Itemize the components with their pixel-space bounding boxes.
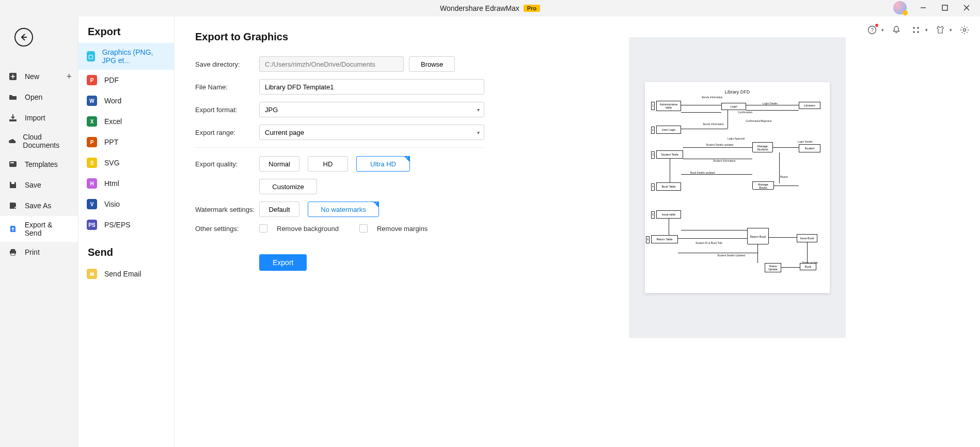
chevron-down-icon: ▾ — [477, 130, 480, 135]
browse-button[interactable]: Browse — [409, 56, 455, 72]
chevron-down-icon: ▾ — [477, 107, 480, 113]
folder-icon — [7, 91, 19, 103]
range-label: Export range: — [195, 129, 259, 136]
pv-login: Login — [721, 103, 746, 110]
pv-issuebook: Issue Book — [797, 234, 817, 242]
nav-export[interactable]: Export & Send — [0, 216, 78, 242]
send-email[interactable]: ✉Send Email — [78, 264, 174, 284]
svg-text:?: ? — [871, 27, 874, 33]
removebg-checkbox[interactable] — [259, 224, 267, 233]
apps-icon[interactable] — [911, 25, 921, 35]
export-heading: Export — [78, 26, 174, 43]
preview-frame: Library DFD 1 Administrative table Login… — [629, 37, 846, 338]
html-icon: H — [87, 178, 97, 189]
format-select[interactable]: JPG▾ — [259, 102, 484, 117]
pro-badge: Pro — [524, 5, 540, 12]
user-avatar[interactable] — [893, 1, 907, 14]
filename-label: File Name: — [195, 83, 259, 91]
removemargins-checkbox[interactable] — [359, 224, 368, 233]
savedir-input: C:/Users/rimzh/OneDrive/Documents — [259, 56, 404, 72]
nav-print[interactable]: Print — [0, 242, 78, 263]
pv-managebooks: Manage Books — [752, 182, 774, 190]
chevron-down-icon[interactable]: ▾ — [950, 27, 952, 33]
watermark-none[interactable]: No watermarks — [308, 202, 379, 217]
pv-studenttable: Student Table — [656, 150, 683, 159]
export-ppt[interactable]: PPPT — [78, 132, 174, 152]
cloud-icon — [7, 135, 17, 147]
export-excel[interactable]: XExcel — [78, 111, 174, 132]
excel-icon: X — [87, 116, 97, 127]
svg-rect-13 — [10, 162, 14, 163]
pv-student: Student — [799, 144, 820, 152]
range-select[interactable]: Current page▾ — [259, 125, 484, 140]
pv-issuetable: Issue table — [656, 210, 681, 219]
svg-point-6 — [913, 27, 915, 29]
close-button[interactable] — [956, 0, 977, 16]
send-heading: Send — [78, 246, 174, 264]
print-icon — [7, 246, 19, 258]
export-sidebar: Export ▢Graphics (PNG, JPG et... PPDF WW… — [78, 17, 175, 447]
save-icon — [7, 179, 19, 191]
export-visio[interactable]: VVisio — [78, 194, 174, 214]
help-icon[interactable]: ? — [867, 25, 877, 35]
watermark-default[interactable]: Default — [259, 202, 299, 217]
preview-page: Library DFD 1 Administrative table Login… — [645, 82, 830, 293]
ppt-icon: P — [87, 137, 97, 147]
export-icon — [7, 223, 19, 235]
quality-normal[interactable]: Normal — [259, 156, 299, 172]
plus-square-icon — [7, 71, 19, 82]
svg-rect-16 — [11, 249, 15, 251]
nav-save[interactable]: Save — [0, 175, 78, 195]
pv-returnbook: Return Book — [747, 229, 769, 244]
gear-icon[interactable] — [959, 25, 970, 35]
back-button[interactable] — [14, 28, 33, 47]
svg-point-9 — [917, 31, 919, 33]
removemargins-label: Remove margins — [377, 225, 428, 233]
export-graphics[interactable]: ▢Graphics (PNG, JPG et... — [78, 43, 174, 70]
preview-title: Library DFD — [651, 89, 824, 95]
minimize-button[interactable] — [913, 0, 934, 16]
other-label: Other settings: — [195, 225, 259, 233]
export-html[interactable]: HHtml — [78, 173, 174, 194]
saveas-icon — [7, 200, 19, 211]
mail-icon: ✉ — [87, 269, 97, 279]
export-pdf[interactable]: PPDF — [78, 70, 174, 90]
pv-book: Book — [800, 263, 816, 270]
nav-new[interactable]: New+ — [0, 66, 78, 87]
svg-rect-14 — [11, 182, 14, 184]
nav-import[interactable]: Import — [0, 107, 78, 128]
svg-icon: S — [87, 158, 97, 168]
nav-templates[interactable]: Templates — [0, 154, 78, 175]
quality-ultrahd[interactable]: Ultra HD — [356, 156, 410, 172]
pdf-icon: P — [87, 75, 97, 85]
titlebar: Wondershare EdrawMax Pro — [0, 0, 980, 17]
pv-admin: Administrative table — [656, 101, 681, 111]
visio-icon: V — [87, 199, 97, 209]
quality-label: Export quality: — [195, 160, 259, 168]
chevron-down-icon[interactable]: ▾ — [925, 27, 928, 33]
quality-customize[interactable]: Customize — [259, 179, 317, 194]
quality-hd[interactable]: HD — [308, 156, 348, 172]
export-word[interactable]: WWord — [78, 90, 174, 111]
export-svg[interactable]: SSVG — [78, 152, 174, 173]
pv-userlogin: User Login — [656, 126, 681, 134]
download-icon — [7, 112, 19, 124]
filename-input[interactable]: Library DFD Template1 — [259, 79, 484, 95]
nav-saveas[interactable]: Save As — [0, 195, 78, 216]
chevron-down-icon[interactable]: ▾ — [881, 27, 884, 33]
export-pseps[interactable]: PSPS/EPS — [78, 214, 174, 235]
divider — [195, 147, 484, 148]
bell-icon[interactable] — [891, 25, 902, 35]
maximize-button[interactable] — [935, 0, 955, 16]
export-form: Export to Graphics Save directory: C:/Us… — [195, 31, 484, 447]
export-button[interactable]: Export — [259, 254, 307, 271]
image-icon: ▢ — [87, 51, 95, 61]
nav-open[interactable]: Open — [0, 87, 78, 107]
nav-sidebar: New+ Open Import Cloud Documents Templat… — [0, 17, 78, 447]
pv-librarian: Librarian — [799, 102, 820, 109]
shirt-icon[interactable] — [935, 25, 945, 35]
add-icon[interactable]: + — [66, 71, 72, 82]
nav-cloud[interactable]: Cloud Documents — [0, 128, 78, 154]
pv-statusupdate: Status Update — [765, 263, 781, 272]
pv-booktable: Book Table — [656, 182, 681, 191]
